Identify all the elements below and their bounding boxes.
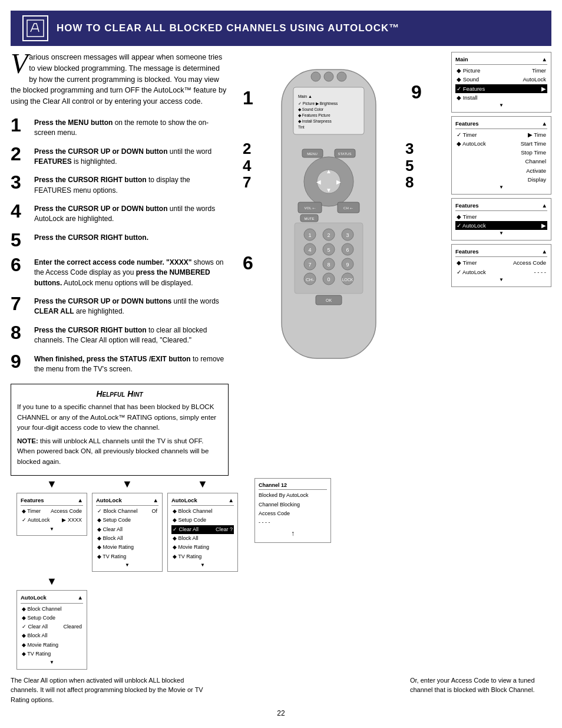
access-rows: Blocked By AutoLock Channel Blocking Acc… xyxy=(259,491,327,527)
diagram-step-9: 9 xyxy=(411,81,422,103)
svg-text:✓ Picture  ▶ Brightness: ✓ Picture ▶ Brightness xyxy=(298,101,338,106)
svg-text:MENU: MENU xyxy=(307,152,318,156)
arrow-down-2: ▼ xyxy=(122,478,133,490)
caption-left: The Clear All option when activated will… xyxy=(11,676,211,705)
helpful-hint-note-bold: NOTE: xyxy=(17,437,38,444)
screen3-scroll: ▼ xyxy=(455,230,547,238)
step-text-2: Press the CURSOR UP or DOWN button until… xyxy=(34,144,229,167)
step-6: 6 Enter the correct access code number. … xyxy=(11,255,229,288)
step-4: 4 Press the CURSOR UP or DOWN button unt… xyxy=(11,202,229,225)
bscreen2-blockall: ◆ Block All xyxy=(96,534,158,543)
screen4-row-autolock: ✓ AutoLock- - - - xyxy=(455,268,547,276)
screen3-row-autolock: ✓ AutoLock▶ xyxy=(455,221,547,230)
step-text-6: Enter the correct access code number. "X… xyxy=(34,255,229,288)
step-num-6: 6 xyxy=(11,255,29,274)
svg-text:CH-: CH- xyxy=(306,277,315,282)
bscreen2-scroll: ▼ xyxy=(96,561,158,569)
captions-area: The Clear All option when activated will… xyxy=(11,676,551,705)
screen2-title: Features ▲ xyxy=(455,119,547,129)
bscreen4-tvrating: ◆ TV Rating xyxy=(21,650,83,658)
steps-list: 1 Press the MENU button on the remote to… xyxy=(11,116,229,375)
svg-text:6: 6 xyxy=(346,247,349,253)
svg-text:4: 4 xyxy=(308,247,311,253)
screen1-row-features: ✓ Features▶ xyxy=(455,84,547,93)
bscreen2-clearall: ◆ Clear All xyxy=(96,525,158,534)
screen3-title: Features ▲ xyxy=(455,201,547,211)
bottom-screen-1: Features▲ ◆ TimerAccess Code ✓ AutoLock▶… xyxy=(16,493,87,536)
step-7: 7 Press the CURSOR UP or DOWN buttons un… xyxy=(11,294,229,317)
bottom-mid-col: ▼ AutoLock▲ ✓ Block ChannelOf ◆ Setup Co… xyxy=(92,478,163,572)
bottom-row-2: ▼ AutoLock▲ ◆ Block Channel ◆ Setup Code… xyxy=(11,575,551,670)
screen2-row-display: Display xyxy=(455,175,547,184)
diagram-step-1: 1 xyxy=(243,87,253,109)
step-text-8: Press the CURSOR RIGHT button to clear a… xyxy=(34,323,229,346)
svg-text:7: 7 xyxy=(308,262,311,268)
svg-text:0: 0 xyxy=(327,276,330,282)
bscreen4-setupcode: ◆ Setup Code xyxy=(21,614,83,622)
bscreen3-setupcode: ◆ Setup Code xyxy=(171,516,234,525)
step-num-4: 4 xyxy=(11,202,29,220)
diagram-area: Main ▲ ✓ Picture ▶ Brightness ◆ Sound Co… xyxy=(234,52,551,394)
intro-text: arious onscreen messages will appear whe… xyxy=(11,53,226,106)
svg-point-53 xyxy=(311,72,320,81)
page-number: 22 xyxy=(0,709,562,717)
right-side-screens: Main ▲ ◆ PictureTimer ◆ SoundAutoLock ✓ … xyxy=(451,52,551,287)
svg-text:8: 8 xyxy=(327,262,330,268)
left-column: V arious onscreen messages will appear w… xyxy=(11,52,229,476)
helpful-hint-para1: If you tune to a specific channel that h… xyxy=(17,402,222,433)
screen2-row-autolock: ◆ AutoLockStart Time xyxy=(455,139,547,148)
bscreen2-tvrating: ◆ TV Rating xyxy=(96,552,158,561)
step-num-9: 9 xyxy=(11,352,29,371)
bscreen3-title: AutoLock▲ xyxy=(171,496,234,506)
svg-text:CH +-: CH +- xyxy=(343,206,353,210)
intro-paragraph: V arious onscreen messages will appear w… xyxy=(11,52,229,107)
helpful-hint-title: Helpful Hint xyxy=(17,389,222,398)
bscreen3-scroll: ▼ xyxy=(171,561,234,569)
bottom-left-col: ▼ Features▲ ◆ TimerAccess Code ✓ AutoLoc… xyxy=(16,478,87,536)
bscreen4-movierating: ◆ Movie Rating xyxy=(21,641,83,650)
screen1-title-arrow: ▲ xyxy=(542,55,547,64)
arrow-down-1: ▼ xyxy=(47,478,57,490)
bscreen4-blockchannel: ◆ Block Channel xyxy=(21,605,83,614)
svg-point-54 xyxy=(324,72,333,81)
step-text-1: Press the MENU button on the remote to s… xyxy=(34,116,229,139)
bscreen4-clearall: ✓ Clear AllCleared xyxy=(21,622,83,631)
step-num-1: 1 xyxy=(11,116,29,134)
bscreen1-timer: ◆ TimerAccess Code xyxy=(21,507,83,516)
bscreen4-title: AutoLock▲ xyxy=(21,593,83,603)
screen1-title: Main ▲ xyxy=(455,55,547,65)
right-column: Main ▲ ✓ Picture ▶ Brightness ◆ Sound Co… xyxy=(234,52,551,476)
step-num-2: 2 xyxy=(11,144,29,163)
bottom-right-col: ▼ AutoLock▲ ◆ Block Channel ◆ Setup Code… xyxy=(167,478,238,572)
diagram-step-247: 247 xyxy=(243,140,251,191)
bscreen3-clearall: ✓ Clear AllClear ? xyxy=(171,525,234,534)
helpful-hint-para2: NOTE: this will unblock ALL channels unt… xyxy=(17,436,222,467)
bscreen2-setupcode: ◆ Setup Code xyxy=(96,516,158,525)
step-text-4: Press the CURSOR UP or DOWN button until… xyxy=(34,202,229,225)
access-title: Channel 12 xyxy=(259,481,327,490)
bscreen4-blockall: ◆ Block All xyxy=(21,631,83,640)
remote-graphic: Main ▲ ✓ Picture ▶ Brightness ◆ Sound Co… xyxy=(264,58,394,366)
bscreen2-movierating: ◆ Movie Rating xyxy=(96,543,158,552)
screen4-scroll: ▼ xyxy=(455,276,547,284)
screen1-row-picture: ◆ PictureTimer xyxy=(455,66,547,75)
screen1-title-text: Main xyxy=(455,55,468,64)
svg-text:2: 2 xyxy=(327,232,330,238)
svg-text:STATUS: STATUS xyxy=(338,152,352,156)
caption-right: Or, enter your Access Code to view a tun… xyxy=(410,676,551,705)
svg-text:3: 3 xyxy=(346,232,349,238)
svg-text:▼: ▼ xyxy=(326,187,332,193)
step-8: 8 Press the CURSOR RIGHT button to clear… xyxy=(11,323,229,346)
bottom-screen-4: AutoLock▲ ◆ Block Channel ◆ Setup Code ✓… xyxy=(16,590,87,670)
svg-text:▶: ▶ xyxy=(336,179,341,185)
screen2-row-timer: ✓ Timer▶ Time xyxy=(455,130,547,139)
page-title: How to Clear All Blocked Channels Using … xyxy=(57,22,399,34)
svg-text:LOCK: LOCK xyxy=(342,278,353,282)
svg-text:Main ▲: Main ▲ xyxy=(298,94,312,98)
svg-text:VOL +-: VOL +- xyxy=(305,206,316,210)
step-num-3: 3 xyxy=(11,173,29,192)
diagram-step-6: 6 xyxy=(243,252,253,274)
diagram-step-358: 358 xyxy=(405,140,414,191)
step-num-5: 5 xyxy=(11,230,29,249)
arrow-down-3: ▼ xyxy=(197,478,208,490)
